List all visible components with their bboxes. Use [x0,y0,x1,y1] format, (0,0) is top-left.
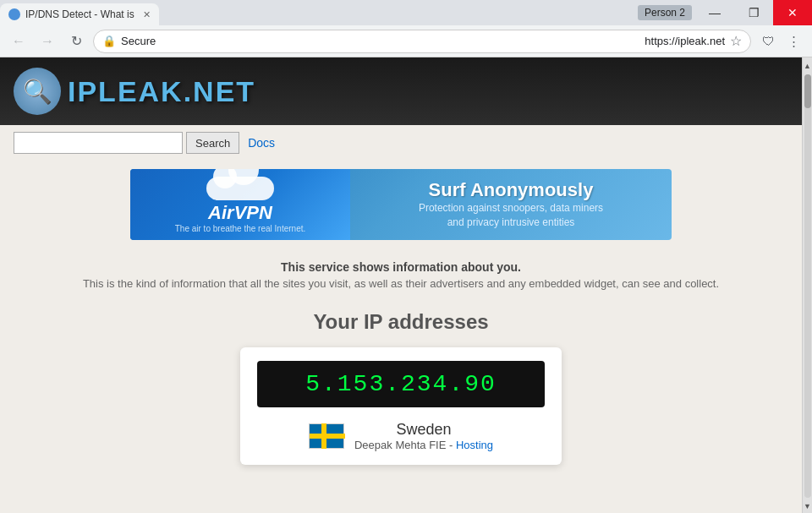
close-button[interactable]: ✕ [773,0,812,25]
service-description: This service shows information about you… [0,247,802,303]
isp-text: Deepak Mehta FIE - [354,439,456,451]
scrollbar-down-button[interactable]: ▼ [803,499,813,513]
scrollbar-track[interactable] [804,74,811,498]
isp-link[interactable]: Hosting [456,439,493,451]
ip-section-title: Your IP addresses [7,310,795,334]
browser-content: 🔍 IPLEAK.NET Search Docs AirVPN The ai [0,57,812,513]
airvpn-headline: Surf Anonymously [429,179,594,201]
person-label: Person 2 [638,5,692,20]
search-bar-area: Search Docs [0,125,802,161]
omnibox[interactable]: 🔒 Secure https://ipleak.net ☆ [93,30,751,53]
ipleak-header: 🔍 IPLEAK.NET [0,57,802,125]
back-button[interactable]: ← [7,30,30,53]
ip-card: 5.153.234.90 Sweden Deepak Mehta FIE - H… [240,347,562,465]
tab-close-button[interactable]: ✕ [143,9,151,20]
airvpn-banner[interactable]: AirVPN The air to breathe the real Inter… [130,169,672,240]
ipleak-site-name: IPLEAK.NET [68,75,255,108]
maximize-button[interactable]: ❐ [734,0,773,25]
minimize-button[interactable]: — [695,0,734,25]
chrome-menu-icon[interactable]: ⋮ [782,30,805,53]
airvpn-cloud-icon [206,176,274,200]
ipleak-logo: 🔍 [14,68,61,115]
airvpn-brand-name: AirVPN [208,202,272,224]
service-normal-text: This is the kind of information that all… [14,277,788,290]
airvpn-banner-wrapper: AirVPN The air to breathe the real Inter… [0,161,802,247]
ip-isp-info: Deepak Mehta FIE - Hosting [354,439,493,451]
sweden-flag-icon [309,423,344,449]
airvpn-tagline: The air to breathe the real Internet. [175,224,306,233]
reload-button[interactable]: ↻ [64,30,88,53]
airvpn-right-panel: Surf Anonymously Protection against snoo… [350,172,672,237]
airvpn-subtext: Protection against snoopers, data miners… [419,201,603,230]
tab-favicon-icon [8,8,20,20]
search-input[interactable] [14,132,183,154]
url-full: https://ipleak.net [645,35,725,47]
addressbar: ← → ↻ 🔒 Secure https://ipleak.net ☆ 🛡 ⋮ [0,25,812,57]
bookmark-star-icon[interactable]: ☆ [730,33,742,49]
forward-button[interactable]: → [36,30,59,53]
scrollbar-up-button[interactable]: ▲ [803,59,813,73]
ip-display-box: 5.153.234.90 [257,361,545,407]
ip-country-name: Sweden [354,421,493,439]
page-content: 🔍 IPLEAK.NET Search Docs AirVPN The ai [0,57,802,513]
magnifier-icon: 🔍 [23,78,52,106]
url-text: Secure [121,35,639,47]
airvpn-left-panel: AirVPN The air to breathe the real Inter… [130,169,350,240]
tab-title: IP/DNS Detect - What is [25,8,134,20]
docs-link[interactable]: Docs [248,136,275,150]
ip-section: Your IP addresses 5.153.234.90 Sweden De… [0,303,802,472]
scrollbar-thumb[interactable] [804,74,811,108]
extensions-button[interactable]: 🛡 [756,30,780,53]
ip-address: 5.153.234.90 [305,371,497,397]
tab-bar: IP/DNS Detect - What is ✕ [0,3,159,25]
search-button[interactable]: Search [186,132,239,154]
toolbar-icons: 🛡 ⋮ [756,30,805,53]
window-controls: — ❐ ✕ [695,0,812,25]
secure-lock-icon: 🔒 [102,35,116,47]
scrollbar[interactable]: ▲ ▼ [802,57,812,513]
service-bold-text: This service shows information about you… [14,260,788,274]
ip-info-text: Sweden Deepak Mehta FIE - Hosting [354,421,493,451]
titlebar: IP/DNS Detect - What is ✕ Person 2 — ❐ ✕ [0,0,812,25]
browser-tab[interactable]: IP/DNS Detect - What is ✕ [0,3,159,25]
ip-country-row: Sweden Deepak Mehta FIE - Hosting [257,421,545,451]
